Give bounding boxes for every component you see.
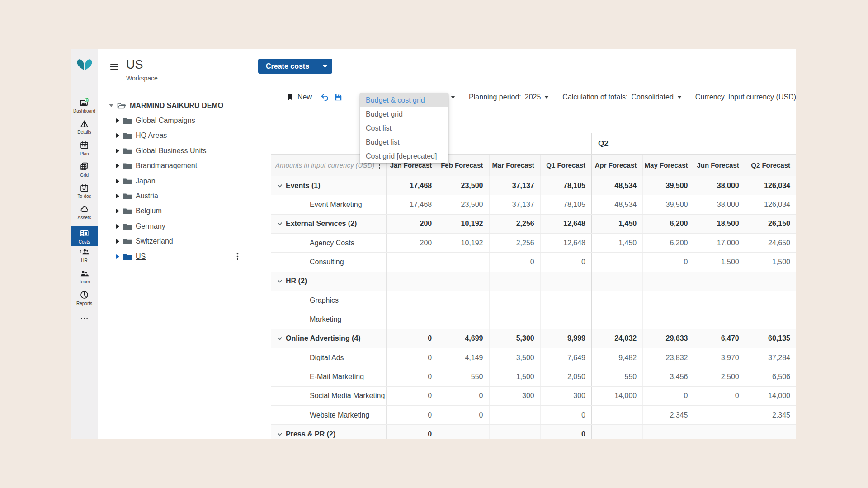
grid-cell[interactable]: 10,192 [438, 215, 489, 233]
view-menu-item-cost-list[interactable]: Cost list [360, 121, 448, 135]
grid-cell[interactable] [694, 406, 745, 424]
row-label-cell[interactable]: Press & PR (2) [271, 425, 387, 439]
grid-cell[interactable] [591, 291, 642, 310]
grid-cell[interactable] [489, 310, 540, 328]
grid-cell[interactable]: 4,699 [438, 329, 489, 348]
grid-cell[interactable]: 2,050 [540, 367, 591, 386]
grid-cell[interactable] [745, 291, 796, 310]
tree-item-japan[interactable]: Japan [98, 174, 258, 188]
grid-cell[interactable] [591, 272, 642, 291]
grid-cell[interactable] [540, 291, 591, 310]
row-label-cell[interactable]: Events (1) [271, 176, 387, 195]
grid-cell[interactable]: 0 [540, 425, 591, 439]
grid-cell[interactable] [489, 272, 540, 291]
grid-cell[interactable] [591, 406, 642, 424]
tree-item-austria[interactable]: Austria [98, 188, 258, 203]
rail-item-grid[interactable]: Grid [71, 162, 98, 183]
grid-cell[interactable]: 4,149 [438, 348, 489, 367]
bookmark-icon[interactable] [286, 93, 294, 102]
grid-cell[interactable] [387, 253, 438, 271]
grid-cell[interactable]: 2,345 [745, 406, 796, 424]
grid-cell[interactable]: 37,137 [489, 176, 540, 195]
grid-cell[interactable]: 48,534 [591, 195, 642, 214]
grid-cell[interactable] [694, 272, 745, 291]
caret-right-icon[interactable] [116, 179, 119, 183]
hamburger-menu-icon[interactable] [110, 64, 118, 71]
grid-cell[interactable]: 3,970 [694, 348, 745, 367]
grid-cell[interactable] [694, 425, 745, 439]
grid-cell[interactable]: 3,500 [489, 348, 540, 367]
grid-cell[interactable]: 26,150 [745, 215, 796, 233]
grid-cell[interactable] [387, 291, 438, 310]
grid-cell[interactable]: 0 [489, 253, 540, 271]
grid-cell[interactable] [438, 310, 489, 328]
tree-item-global-campaigns[interactable]: Global Campaigns [98, 113, 258, 128]
grid-cell[interactable]: 38,000 [694, 176, 745, 195]
row-label-cell[interactable]: Social Media Marketing [271, 387, 387, 405]
grid-cell[interactable]: 0 [540, 253, 591, 271]
grid-cell[interactable] [387, 272, 438, 291]
grid-cell[interactable] [591, 310, 642, 328]
row-label-cell[interactable]: Graphics [271, 291, 387, 310]
grid-cell[interactable] [489, 406, 540, 424]
grid-cell[interactable]: 300 [540, 387, 591, 405]
rail-item-costs[interactable]: Costs [71, 226, 98, 246]
row-label-cell[interactable]: Website Marketing [271, 406, 387, 424]
grid-cell[interactable]: 5,300 [489, 329, 540, 348]
grid-cell[interactable] [387, 310, 438, 328]
view-menu-item-cost-grid-deprecated[interactable]: Cost grid [deprecated] [360, 149, 448, 163]
grid-cell[interactable]: 0 [438, 387, 489, 405]
grid-cell[interactable] [438, 272, 489, 291]
grid-cell[interactable]: 12,648 [540, 215, 591, 233]
rail-item-more[interactable] [71, 314, 98, 335]
grid-cell[interactable]: 37,284 [745, 348, 796, 367]
grid-cell[interactable] [745, 272, 796, 291]
rail-item-todos[interactable]: To-dos [71, 183, 98, 204]
grid-cell[interactable]: 550 [591, 367, 642, 386]
rail-item-dashboard[interactable]: β Dashboard [71, 98, 98, 119]
rail-item-reports[interactable]: Reports [71, 290, 98, 311]
caret-right-icon[interactable] [116, 254, 119, 259]
rail-item-details[interactable]: Details [71, 119, 98, 140]
row-label-cell[interactable]: Marketing [271, 310, 387, 328]
grid-cell[interactable]: 1,450 [591, 234, 642, 252]
grid-cell[interactable] [642, 291, 693, 310]
grid-cell[interactable]: 24,032 [591, 329, 642, 348]
tree-item-belgium[interactable]: Belgium [98, 204, 258, 219]
grid-cell[interactable] [642, 272, 693, 291]
grid-cell[interactable]: 29,633 [642, 329, 693, 348]
grid-cell[interactable]: 0 [694, 387, 745, 405]
grid-cell[interactable]: 2,500 [694, 367, 745, 386]
row-label-cell[interactable]: Agency Costs [271, 234, 387, 252]
rail-item-assets[interactable]: Assets [71, 204, 98, 225]
caret-right-icon[interactable] [116, 118, 119, 123]
grid-cell[interactable]: 23,500 [438, 176, 489, 195]
chevron-down-icon[interactable] [277, 335, 283, 342]
grid-cell[interactable]: 1,500 [489, 367, 540, 386]
grid-cell[interactable] [642, 310, 693, 328]
grid-cell[interactable] [540, 272, 591, 291]
grid-cell[interactable]: 37,137 [489, 195, 540, 214]
grid-cell[interactable]: 200 [387, 215, 438, 233]
row-label-cell[interactable]: E-Mail Marketing [271, 367, 387, 386]
grid-cell[interactable]: 550 [438, 367, 489, 386]
grid-cell[interactable] [642, 425, 693, 439]
tree-item-us[interactable]: US [98, 249, 258, 264]
grid-cell[interactable]: 200 [387, 234, 438, 252]
grid-cell[interactable]: 126,034 [745, 195, 796, 214]
chevron-down-icon[interactable] [277, 221, 283, 227]
grid-cell[interactable]: 0 [387, 406, 438, 424]
chevron-down-icon[interactable] [277, 183, 283, 189]
grid-cell[interactable]: 39,500 [642, 195, 693, 214]
grid-cell[interactable]: 14,000 [745, 387, 796, 405]
rail-item-plan[interactable]: Plan [71, 141, 98, 162]
grid-cell[interactable]: 10,192 [438, 234, 489, 252]
caret-right-icon[interactable] [116, 164, 119, 168]
caret-down-icon[interactable] [109, 104, 113, 107]
grid-cell[interactable]: 0 [387, 387, 438, 405]
grid-cell[interactable]: 9,999 [540, 329, 591, 348]
chevron-down-icon[interactable] [277, 278, 283, 284]
tree-item-hq-areas[interactable]: HQ Areas [98, 128, 258, 143]
tree-item-global-business-units[interactable]: Global Business Units [98, 143, 258, 158]
grid-cell[interactable] [745, 310, 796, 328]
